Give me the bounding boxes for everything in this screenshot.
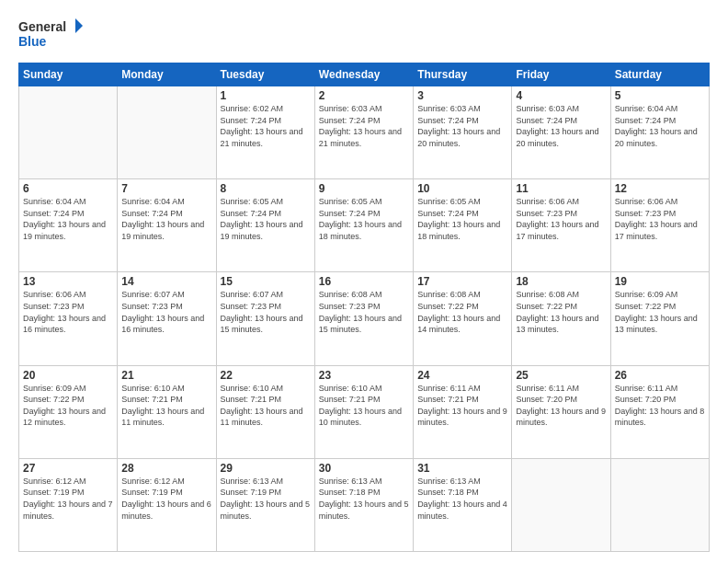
day-number: 28	[121, 462, 211, 475]
day-number: 22	[221, 369, 311, 382]
day-info: Sunrise: 6:03 AMSunset: 7:24 PMDaylight:…	[417, 103, 507, 149]
day-number: 8	[221, 182, 311, 195]
day-info: Sunrise: 6:08 AMSunset: 7:22 PMDaylight:…	[417, 289, 507, 335]
calendar-day-cell: 29Sunrise: 6:13 AMSunset: 7:19 PMDayligh…	[216, 458, 314, 551]
svg-text:General: General	[18, 19, 66, 34]
calendar-week-row: 13Sunrise: 6:06 AMSunset: 7:23 PMDayligh…	[19, 272, 710, 365]
day-number: 4	[516, 89, 606, 102]
calendar-day-cell: 23Sunrise: 6:10 AMSunset: 7:21 PMDayligh…	[314, 365, 413, 458]
day-info: Sunrise: 6:04 AMSunset: 7:24 PMDaylight:…	[121, 196, 211, 242]
calendar-day-cell: 12Sunrise: 6:06 AMSunset: 7:23 PMDayligh…	[610, 179, 709, 272]
calendar-week-row: 27Sunrise: 6:12 AMSunset: 7:19 PMDayligh…	[19, 458, 710, 551]
calendar-day-cell: 25Sunrise: 6:11 AMSunset: 7:20 PMDayligh…	[512, 365, 610, 458]
day-number: 9	[319, 182, 409, 195]
day-info: Sunrise: 6:13 AMSunset: 7:19 PMDaylight:…	[221, 476, 311, 522]
day-number: 27	[23, 462, 113, 475]
day-number: 12	[615, 182, 705, 195]
day-info: Sunrise: 6:06 AMSunset: 7:23 PMDaylight:…	[615, 196, 705, 242]
day-info: Sunrise: 6:11 AMSunset: 7:20 PMDaylight:…	[516, 383, 606, 429]
calendar-day-cell: 5Sunrise: 6:04 AMSunset: 7:24 PMDaylight…	[610, 86, 709, 179]
day-number: 7	[121, 182, 211, 195]
weekday-header: Friday	[512, 63, 610, 86]
calendar-day-cell: 31Sunrise: 6:13 AMSunset: 7:18 PMDayligh…	[414, 458, 512, 551]
day-number: 30	[319, 462, 409, 475]
calendar-day-cell: 16Sunrise: 6:08 AMSunset: 7:23 PMDayligh…	[314, 272, 413, 365]
svg-marker-2	[75, 18, 83, 33]
day-number: 29	[221, 462, 311, 475]
day-number: 21	[121, 369, 211, 382]
calendar-day-cell: 26Sunrise: 6:11 AMSunset: 7:20 PMDayligh…	[610, 365, 709, 458]
day-info: Sunrise: 6:09 AMSunset: 7:22 PMDaylight:…	[615, 289, 705, 335]
day-info: Sunrise: 6:13 AMSunset: 7:18 PMDaylight:…	[319, 476, 409, 522]
day-info: Sunrise: 6:05 AMSunset: 7:24 PMDaylight:…	[221, 196, 311, 242]
calendar-day-cell: 28Sunrise: 6:12 AMSunset: 7:19 PMDayligh…	[118, 458, 216, 551]
day-info: Sunrise: 6:11 AMSunset: 7:21 PMDaylight:…	[417, 383, 507, 429]
calendar-day-cell: 9Sunrise: 6:05 AMSunset: 7:24 PMDaylight…	[314, 179, 413, 272]
day-number: 25	[516, 369, 606, 382]
day-info: Sunrise: 6:04 AMSunset: 7:24 PMDaylight:…	[23, 196, 113, 242]
calendar-day-cell: 30Sunrise: 6:13 AMSunset: 7:18 PMDayligh…	[314, 458, 413, 551]
svg-text:Blue: Blue	[18, 34, 47, 49]
calendar-day-cell: 15Sunrise: 6:07 AMSunset: 7:23 PMDayligh…	[216, 272, 314, 365]
day-info: Sunrise: 6:10 AMSunset: 7:21 PMDaylight:…	[221, 383, 311, 429]
day-info: Sunrise: 6:10 AMSunset: 7:21 PMDaylight:…	[121, 383, 211, 429]
day-info: Sunrise: 6:06 AMSunset: 7:23 PMDaylight:…	[23, 289, 113, 335]
day-info: Sunrise: 6:03 AMSunset: 7:24 PMDaylight:…	[516, 103, 606, 149]
day-number: 11	[516, 182, 606, 195]
day-number: 10	[417, 182, 507, 195]
calendar-day-cell	[118, 86, 216, 179]
day-info: Sunrise: 6:06 AMSunset: 7:23 PMDaylight:…	[516, 196, 606, 242]
day-number: 6	[23, 182, 113, 195]
calendar-day-cell	[610, 458, 709, 551]
day-number: 2	[319, 89, 409, 102]
day-number: 17	[417, 275, 507, 288]
logo: General Blue	[18, 17, 83, 55]
day-number: 24	[417, 369, 507, 382]
day-info: Sunrise: 6:09 AMSunset: 7:22 PMDaylight:…	[23, 383, 113, 429]
calendar-day-cell: 13Sunrise: 6:06 AMSunset: 7:23 PMDayligh…	[19, 272, 118, 365]
day-number: 14	[121, 275, 211, 288]
weekday-header: Thursday	[414, 63, 512, 86]
day-info: Sunrise: 6:08 AMSunset: 7:22 PMDaylight:…	[516, 289, 606, 335]
calendar-day-cell: 14Sunrise: 6:07 AMSunset: 7:23 PMDayligh…	[118, 272, 216, 365]
day-number: 18	[516, 275, 606, 288]
day-info: Sunrise: 6:05 AMSunset: 7:24 PMDaylight:…	[319, 196, 409, 242]
calendar-day-cell: 7Sunrise: 6:04 AMSunset: 7:24 PMDaylight…	[118, 179, 216, 272]
day-info: Sunrise: 6:10 AMSunset: 7:21 PMDaylight:…	[319, 383, 409, 429]
weekday-header: Monday	[118, 63, 216, 86]
day-number: 15	[221, 275, 311, 288]
calendar-day-cell: 1Sunrise: 6:02 AMSunset: 7:24 PMDaylight…	[216, 86, 314, 179]
day-info: Sunrise: 6:13 AMSunset: 7:18 PMDaylight:…	[417, 476, 507, 522]
calendar-day-cell: 3Sunrise: 6:03 AMSunset: 7:24 PMDaylight…	[414, 86, 512, 179]
calendar-day-cell: 19Sunrise: 6:09 AMSunset: 7:22 PMDayligh…	[610, 272, 709, 365]
day-number: 13	[23, 275, 113, 288]
calendar-day-cell: 27Sunrise: 6:12 AMSunset: 7:19 PMDayligh…	[19, 458, 118, 551]
day-number: 19	[615, 275, 705, 288]
calendar-day-cell: 8Sunrise: 6:05 AMSunset: 7:24 PMDaylight…	[216, 179, 314, 272]
weekday-header: Saturday	[610, 63, 709, 86]
calendar-day-cell: 18Sunrise: 6:08 AMSunset: 7:22 PMDayligh…	[512, 272, 610, 365]
header-row: SundayMondayTuesdayWednesdayThursdayFrid…	[19, 63, 710, 86]
day-info: Sunrise: 6:05 AMSunset: 7:24 PMDaylight:…	[417, 196, 507, 242]
day-number: 23	[319, 369, 409, 382]
day-info: Sunrise: 6:07 AMSunset: 7:23 PMDaylight:…	[221, 289, 311, 335]
calendar-table: SundayMondayTuesdayWednesdayThursdayFrid…	[18, 63, 710, 552]
calendar-day-cell: 2Sunrise: 6:03 AMSunset: 7:24 PMDaylight…	[314, 86, 413, 179]
calendar-day-cell: 22Sunrise: 6:10 AMSunset: 7:21 PMDayligh…	[216, 365, 314, 458]
weekday-header: Tuesday	[216, 63, 314, 86]
header: General Blue	[18, 17, 710, 55]
calendar-week-row: 6Sunrise: 6:04 AMSunset: 7:24 PMDaylight…	[19, 179, 710, 272]
calendar-week-row: 1Sunrise: 6:02 AMSunset: 7:24 PMDaylight…	[19, 86, 710, 179]
calendar-day-cell: 4Sunrise: 6:03 AMSunset: 7:24 PMDaylight…	[512, 86, 610, 179]
day-number: 26	[615, 369, 705, 382]
day-number: 1	[221, 89, 311, 102]
day-info: Sunrise: 6:04 AMSunset: 7:24 PMDaylight:…	[615, 103, 705, 149]
day-info: Sunrise: 6:02 AMSunset: 7:24 PMDaylight:…	[221, 103, 311, 149]
day-info: Sunrise: 6:11 AMSunset: 7:20 PMDaylight:…	[615, 383, 705, 429]
day-number: 3	[417, 89, 507, 102]
day-number: 31	[417, 462, 507, 475]
calendar-day-cell: 17Sunrise: 6:08 AMSunset: 7:22 PMDayligh…	[414, 272, 512, 365]
day-info: Sunrise: 6:12 AMSunset: 7:19 PMDaylight:…	[121, 476, 211, 522]
day-info: Sunrise: 6:12 AMSunset: 7:19 PMDaylight:…	[23, 476, 113, 522]
day-info: Sunrise: 6:08 AMSunset: 7:23 PMDaylight:…	[319, 289, 409, 335]
